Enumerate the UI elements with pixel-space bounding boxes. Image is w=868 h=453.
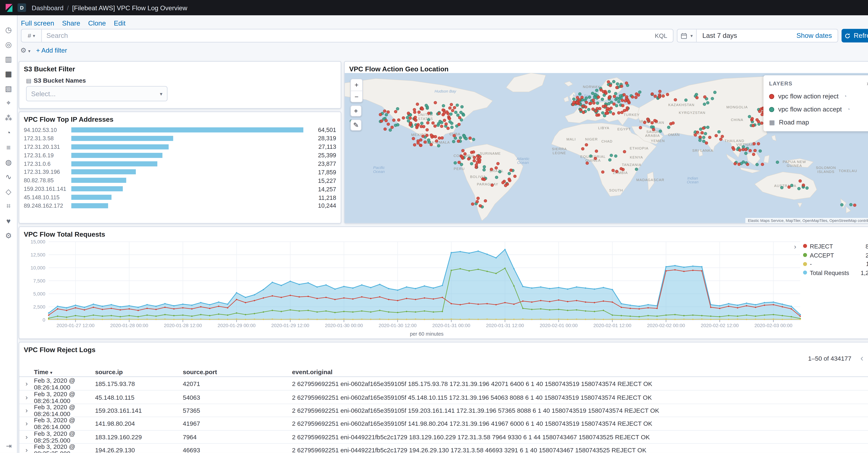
expand-row-icon[interactable]: › — [19, 446, 34, 453]
share-link[interactable]: Share — [62, 19, 80, 27]
cell-source-ip: 194.26.29.130 — [95, 447, 183, 453]
ip-bar[interactable] — [71, 136, 173, 141]
ip-bar[interactable] — [71, 144, 169, 149]
canvas-icon[interactable]: ▧ — [0, 81, 17, 96]
reject-dot — [621, 104, 624, 107]
reject-dot — [458, 123, 461, 126]
recently-viewed-icon[interactable]: ◷ — [0, 22, 17, 37]
reject-dot — [597, 96, 600, 99]
s3-bucket-select[interactable]: Select... — [26, 86, 167, 101]
legend-collapse-icon[interactable]: › — [794, 243, 796, 251]
breadcrumb[interactable]: Dashboard — [32, 4, 64, 11]
reject-dot — [491, 184, 494, 187]
expand-row-icon[interactable]: › — [19, 406, 34, 415]
layers-title: LAYERS — [769, 80, 793, 86]
calendar-button[interactable] — [677, 30, 696, 42]
set-view-button[interactable]: ⌖ — [350, 105, 362, 117]
cell-time: Feb 3, 2020 @ 08:26:14.000 — [34, 403, 95, 417]
management-icon[interactable]: ⚙ — [0, 228, 17, 243]
monitoring-icon[interactable]: ♥ — [0, 213, 17, 228]
timeseries-chart[interactable]: 02,5005,0007,50010,00012,50015,0002020-0… — [24, 239, 805, 329]
filter-settings-icon[interactable]: ⚙ — [20, 47, 30, 54]
kibana-logo[interactable] — [0, 0, 18, 15]
reject-dot — [430, 134, 433, 137]
legend-item[interactable]: ACCEPT253 — [803, 250, 868, 260]
s3-bucket-names-label: ▤ S3 Bucket Names — [26, 77, 86, 84]
search-input[interactable] — [42, 32, 655, 40]
show-dates-button[interactable]: Show dates — [797, 32, 838, 40]
ip-bar[interactable] — [71, 127, 304, 132]
legend-item[interactable]: -110 — [803, 260, 868, 268]
expand-row-icon[interactable]: › — [19, 380, 34, 388]
column-time[interactable]: Time — [34, 368, 95, 375]
kql-toggle[interactable]: KQL — [655, 32, 673, 39]
visualize-icon[interactable]: ▥ — [0, 52, 17, 66]
machine-learning-icon[interactable]: ⁂ — [0, 111, 17, 125]
legend-item[interactable]: REJECT863 — [803, 242, 868, 250]
dashboard-icon[interactable]: ▦ — [0, 66, 17, 81]
ip-bar[interactable] — [71, 203, 108, 208]
reject-dot — [409, 122, 412, 125]
ip-bar[interactable] — [71, 153, 163, 158]
ip-bar[interactable] — [71, 195, 112, 200]
collapse-layers-icon[interactable]: › — [867, 80, 868, 87]
zoom-in-button[interactable]: + — [351, 79, 362, 90]
maps-icon[interactable]: ⌖ — [0, 96, 17, 111]
legend-value: 1,226 — [861, 269, 868, 276]
accept-dot — [684, 99, 687, 101]
discover-icon[interactable]: ◎ — [0, 37, 17, 52]
ip-label: 89.248.162.172 — [24, 203, 71, 209]
layer-item[interactable]: vpc flow action accept◔ — [769, 106, 868, 113]
column-source-port[interactable]: source.port — [183, 368, 292, 375]
dev-tools-icon[interactable]: ⌗ — [0, 199, 17, 213]
reject-dot — [458, 116, 461, 119]
dock-navigation-icon[interactable]: ⇥ — [0, 442, 18, 450]
ip-label: 172.31.3.58 — [24, 135, 71, 142]
country-label: ETHIOPIA — [630, 146, 649, 150]
cell-source-ip: 141.98.80.204 — [95, 420, 183, 427]
clone-link[interactable]: Clone — [88, 19, 106, 27]
layer-item[interactable]: ▦Road map — [769, 119, 868, 126]
uptime-icon[interactable]: ∿ — [0, 169, 17, 184]
refresh-icon — [844, 32, 851, 39]
geo-location-panel: VPC Flow Action Geo Location Hudson BayN… — [344, 61, 868, 224]
ip-bar[interactable] — [71, 170, 135, 175]
zoom-out-button[interactable]: − — [351, 91, 362, 102]
expand-row-icon[interactable]: › — [19, 433, 34, 441]
column-event-original[interactable]: event.original — [292, 368, 868, 375]
full-screen-link[interactable]: Full screen — [21, 19, 54, 27]
prev-page-icon[interactable]: ‹ — [860, 353, 863, 363]
expand-row-icon[interactable]: › — [19, 393, 34, 401]
layer-item[interactable]: vpc flow action reject◔ — [769, 93, 868, 100]
road-map-icon: ▦ — [769, 119, 775, 125]
draw-filter-button[interactable]: ✎ — [350, 119, 362, 131]
country-label: YEMEN — [651, 139, 665, 143]
accept-dot — [427, 118, 430, 121]
add-filter-button[interactable]: + Add filter — [36, 47, 67, 54]
reject-dot — [699, 135, 702, 139]
siem-icon[interactable]: ◇ — [0, 184, 17, 199]
logs-icon[interactable]: ≡ — [0, 140, 17, 154]
country-label: TURKEY — [624, 113, 640, 117]
ip-bar[interactable] — [71, 178, 126, 183]
refresh-button[interactable]: Refresh — [842, 29, 868, 42]
accept-dot — [608, 102, 610, 105]
reject-dot — [701, 131, 704, 134]
metrics-icon[interactable]: ◔ — [0, 125, 17, 140]
x-axis-tick-label: 2020-02-01 12:00 — [593, 323, 631, 328]
reject-dot — [581, 147, 584, 150]
column-source-ip[interactable]: source.ip — [95, 368, 183, 375]
apm-icon[interactable]: ◍ — [0, 154, 17, 169]
edit-link[interactable]: Edit — [114, 19, 125, 27]
dashboard-toolbar: Full screen Share Clone Edit — [21, 19, 125, 27]
cell-time: Feb 3, 2020 @ 08:25:25.000 — [34, 430, 95, 444]
time-range-value[interactable]: Last 7 days — [696, 32, 737, 40]
layer-label: vpc flow action reject — [778, 93, 839, 100]
legend-item[interactable]: Total Requests1,226 — [803, 268, 868, 277]
saved-query-button[interactable]: # — [22, 30, 42, 42]
reject-dot — [760, 122, 763, 125]
expand-row-icon[interactable]: › — [19, 420, 34, 428]
ip-bar[interactable] — [71, 161, 157, 166]
reject-dot — [413, 108, 416, 111]
ip-bar[interactable] — [71, 186, 123, 191]
